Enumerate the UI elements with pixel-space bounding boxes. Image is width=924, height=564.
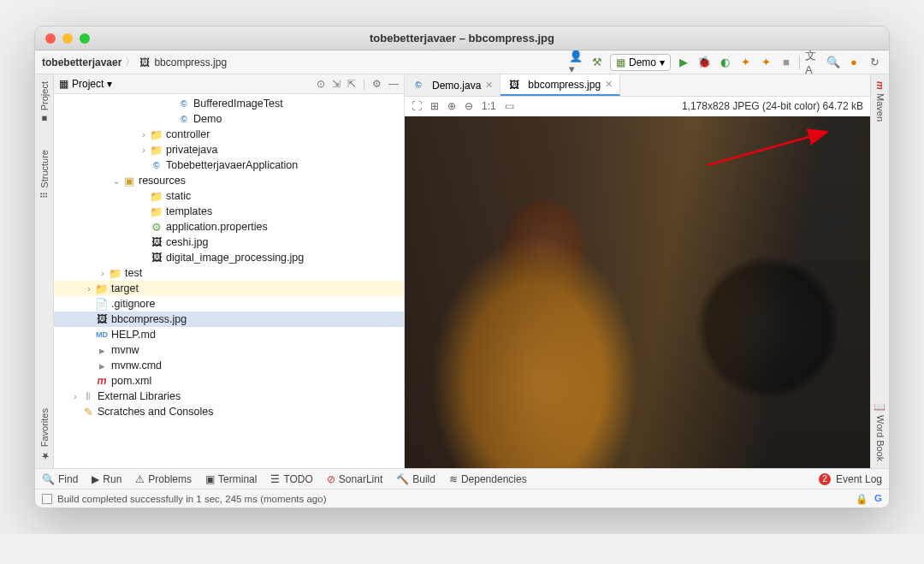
breadcrumb-project[interactable]: tobebetterjavaer xyxy=(42,56,121,68)
grid-icon[interactable]: ⊞ xyxy=(430,100,439,112)
editor-area: ©Demo.java✕🖼bbcompress.jpg✕ ⛶ ⊞ ⊕ ⊖ 1:1 … xyxy=(405,74,870,468)
tree-item-label: controller xyxy=(166,128,210,140)
terminal-tab[interactable]: ▣ Terminal xyxy=(205,473,257,485)
editor-tab[interactable]: ©Demo.java✕ xyxy=(405,74,500,96)
tree-item-label: static xyxy=(166,190,191,202)
img-icon: 🖼 xyxy=(507,79,521,91)
build-tab[interactable]: 🔨 Build xyxy=(396,473,435,485)
toolwindow-toggle-icon[interactable] xyxy=(42,494,52,504)
sonarlint-tab[interactable]: ⊘ SonarLint xyxy=(327,473,382,485)
project-tool-tab[interactable]: ■Project xyxy=(39,81,50,124)
image-content xyxy=(405,116,870,468)
dependencies-tab[interactable]: ≋ Dependencies xyxy=(449,473,527,485)
select-opened-file-icon[interactable]: ⊙ xyxy=(317,78,325,90)
problems-tab[interactable]: ⚠ Problems xyxy=(135,473,192,485)
lib-icon: ⫴ xyxy=(81,390,95,402)
find-tab[interactable]: 🔍 Find xyxy=(42,473,78,485)
zoom-out-icon[interactable]: ⊖ xyxy=(465,100,473,112)
translate-icon[interactable]: 文A xyxy=(805,55,820,70)
main-toolbar: 👤▾ ⚒ ▦ Demo ▾ ▶ 🐞 ◐ ✦ ✦ ■ 文A 🔍 ● ↻ xyxy=(569,54,882,71)
close-tab-icon[interactable]: ✕ xyxy=(605,79,613,90)
tree-item-label: mvnw.cmd xyxy=(111,359,162,371)
tree-item[interactable]: ▸mvnw.cmd xyxy=(54,358,404,373)
hammer-icon[interactable]: ⚒ xyxy=(589,55,605,70)
folder-icon: 📁 xyxy=(150,128,163,140)
tree-item[interactable]: ›📁test xyxy=(54,265,404,281)
tree-item-label: ceshi.jpg xyxy=(166,236,208,248)
close-tab-icon[interactable]: ✕ xyxy=(485,80,493,91)
todo-tab[interactable]: ☰ TODO xyxy=(270,473,312,485)
run-button[interactable]: ▶ xyxy=(676,55,691,70)
tree-item-label: Scratches and Consoles xyxy=(98,406,214,418)
tree-item[interactable]: ©TobebetterjavaerApplication xyxy=(54,157,404,173)
zoom-fit-icon[interactable]: ▭ xyxy=(505,100,514,112)
zoom-in-icon[interactable]: ⊕ xyxy=(447,100,456,112)
tree-item[interactable]: ›📁privatejava xyxy=(54,142,404,157)
editor-tab[interactable]: 🖼bbcompress.jpg✕ xyxy=(500,74,620,96)
fullscreen-icon[interactable]: ⛶ xyxy=(412,100,422,112)
run-configuration-selector[interactable]: ▦ Demo ▾ xyxy=(610,54,671,71)
zoom-actual-button[interactable]: 1:1 xyxy=(482,100,496,112)
gear-icon[interactable]: ⚙ xyxy=(372,78,382,90)
tree-item[interactable]: 🖼ceshi.jpg xyxy=(54,235,404,250)
tree-item-label: pom.xml xyxy=(111,375,151,387)
chevron-down-icon[interactable]: ▾ xyxy=(107,78,112,90)
sh-icon: ▸ xyxy=(95,344,109,356)
breadcrumb-file[interactable]: bbcompress.jpg xyxy=(154,56,227,68)
breadcrumb[interactable]: tobebetterjavaer 〉 🖼 bbcompress.jpg xyxy=(42,55,227,69)
stop-button[interactable]: ■ xyxy=(779,55,794,70)
coverage-button[interactable]: ◐ xyxy=(717,55,732,70)
editor-tabs: ©Demo.java✕🖼bbcompress.jpg✕ xyxy=(405,74,870,97)
maven-tool-tab[interactable]: mMaven xyxy=(875,81,886,122)
project-tool-window: ▦ Project ▾ ⊙ ⇲ ⇱ | ⚙ — ©BufferedImageTe… xyxy=(54,74,405,468)
tree-item-label: BufferedImageTest xyxy=(193,98,283,110)
lock-icon[interactable]: 🔒 xyxy=(856,493,868,505)
tree-item[interactable]: 🖼bbcompress.jpg xyxy=(54,312,404,327)
tree-item-label: mvnw xyxy=(111,344,139,356)
google-icon[interactable]: G xyxy=(874,493,882,505)
img-icon: 🖼 xyxy=(95,313,109,325)
run-tab[interactable]: ▶ Run xyxy=(92,473,121,485)
event-log-tab[interactable]: Event Log xyxy=(836,473,882,485)
tree-item[interactable]: 🖼digital_image_processing.jpg xyxy=(54,250,404,265)
tree-item[interactable]: ©Demo xyxy=(54,111,404,127)
tree-item[interactable]: ✎Scratches and Consoles xyxy=(54,404,404,419)
tree-item[interactable]: ©BufferedImageTest xyxy=(54,96,404,111)
folder-res-icon: ▣ xyxy=(122,175,136,187)
project-tree[interactable]: ©BufferedImageTest©Demo›📁controller›📁pri… xyxy=(54,94,404,468)
debug-button[interactable]: 🐞 xyxy=(696,55,712,70)
hide-panel-icon[interactable]: — xyxy=(388,78,399,90)
tree-item[interactable]: ›⫴External Libraries xyxy=(54,389,404,404)
collapse-all-icon[interactable]: ⇱ xyxy=(347,78,356,90)
tree-item-label: .gitignore xyxy=(111,298,155,310)
tree-item[interactable]: ⚙application.properties xyxy=(54,219,404,235)
window-title: tobebetterjavaer – bbcompress.jpg xyxy=(35,32,889,45)
tree-item[interactable]: MDHELP.md xyxy=(54,327,404,342)
tree-item[interactable]: mpom.xml xyxy=(54,373,404,389)
tree-item-label: digital_image_processing.jpg xyxy=(166,252,304,264)
tree-item[interactable]: 📁static xyxy=(54,188,404,204)
expand-all-icon[interactable]: ⇲ xyxy=(332,78,341,90)
tree-item[interactable]: ›📁controller xyxy=(54,127,404,142)
tree-item[interactable]: ▸mvnw xyxy=(54,342,404,358)
ide-window: tobebetterjavaer – bbcompress.jpg tobebe… xyxy=(34,26,890,508)
image-viewport[interactable] xyxy=(405,116,870,468)
tree-item-label: target xyxy=(111,282,139,294)
sync-icon[interactable]: ● xyxy=(846,55,862,70)
structure-tool-tab[interactable]: ⠿Structure xyxy=(38,150,50,199)
tree-item[interactable]: 📁templates xyxy=(54,204,404,219)
java-icon: © xyxy=(177,113,191,125)
search-icon[interactable]: 🔍 xyxy=(826,55,841,70)
tree-item[interactable]: ⌄▣resources xyxy=(54,173,404,188)
tree-item[interactable]: ›📁target xyxy=(54,281,404,296)
tree-item[interactable]: 📄.gitignore xyxy=(54,296,404,312)
profile-button[interactable]: ✦ xyxy=(737,55,753,70)
favorites-tool-tab[interactable]: ★Favorites xyxy=(38,408,50,461)
user-icon[interactable]: 👤▾ xyxy=(569,55,584,70)
tree-item-label: External Libraries xyxy=(98,390,181,402)
ide-updates-icon[interactable]: ↻ xyxy=(867,55,882,70)
tree-item-label: TobebetterjavaerApplication xyxy=(166,159,298,171)
wordbook-tool-tab[interactable]: 📖Word Book xyxy=(874,401,886,461)
attach-button[interactable]: ✦ xyxy=(758,55,773,70)
tab-label: bbcompress.jpg xyxy=(528,79,601,91)
